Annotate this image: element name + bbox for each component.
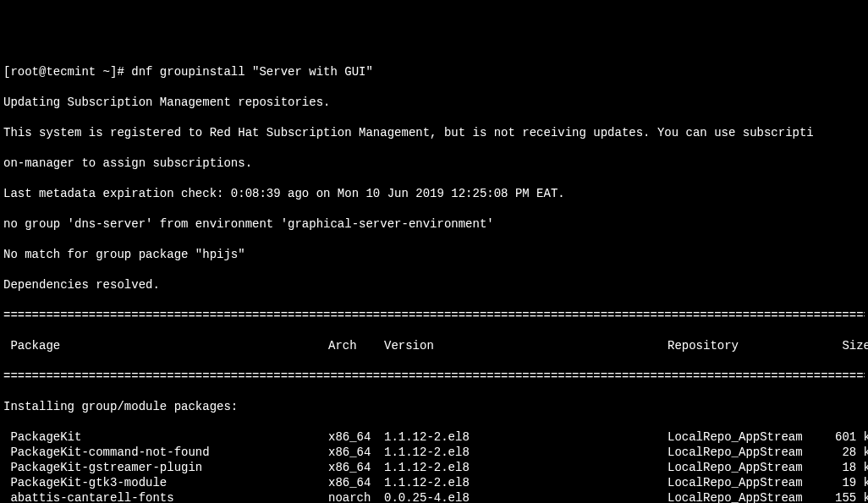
header-version: Version <box>384 338 667 353</box>
output-line: Updating Subscription Management reposit… <box>3 95 865 110</box>
table-header: Package Arch Version Repository Size <box>3 338 865 353</box>
table-row: PackageKit-command-not-foundx86_641.1.12… <box>3 445 865 460</box>
entered-command: dnf groupinstall "Server with GUI" <box>131 65 373 79</box>
package-arch: x86_64 <box>328 475 384 490</box>
output-line: Dependencies resolved. <box>3 277 865 293</box>
output-line: No match for group package "hpijs" <box>3 247 865 262</box>
table-row: PackageKitx86_641.1.12-2.el8LocalRepo_Ap… <box>3 429 865 445</box>
header-repo: Repository <box>667 338 824 353</box>
package-repo: LocalRepo_AppStream <box>667 475 824 490</box>
output-line: no group 'dns-server' from environment '… <box>3 216 865 232</box>
header-size: Size <box>824 338 868 353</box>
table-row: PackageKit-gtk3-modulex86_641.1.12-2.el8… <box>3 475 865 490</box>
package-arch: x86_64 <box>328 429 384 445</box>
package-name: PackageKit-gstreamer-plugin <box>3 460 328 475</box>
output-line: This system is registered to Red Hat Sub… <box>3 125 865 140</box>
package-version: 1.1.12-2.el8 <box>384 475 667 490</box>
package-size: 18 k <box>824 460 868 475</box>
package-version: 0.0.25-4.el8 <box>384 490 667 503</box>
package-repo: LocalRepo_AppStream <box>667 429 824 445</box>
package-size: 155 k <box>824 490 868 503</box>
output-line: on-manager to assign subscriptions. <box>3 156 865 171</box>
package-version: 1.1.12-2.el8 <box>384 445 667 460</box>
package-name: abattis-cantarell-fonts <box>3 490 328 503</box>
package-name: PackageKit <box>3 429 328 445</box>
package-version: 1.1.12-2.el8 <box>384 460 667 475</box>
section-header: Installing group/module packages: <box>3 399 865 414</box>
package-repo: LocalRepo_AppStream <box>667 445 824 460</box>
package-version: 1.1.12-2.el8 <box>384 429 667 445</box>
header-package: Package <box>3 338 328 353</box>
divider-line: ========================================… <box>3 369 865 384</box>
header-arch: Arch <box>328 338 384 353</box>
table-row: abattis-cantarell-fontsnoarch0.0.25-4.el… <box>3 490 865 503</box>
package-name: PackageKit-command-not-found <box>3 445 328 460</box>
package-arch: x86_64 <box>328 460 384 475</box>
package-size: 19 k <box>824 475 868 490</box>
package-size: 601 k <box>824 429 868 445</box>
command-prompt[interactable]: [root@tecmint ~]# dnf groupinstall "Serv… <box>3 64 865 79</box>
table-row: PackageKit-gstreamer-pluginx86_641.1.12-… <box>3 460 865 475</box>
package-list: PackageKitx86_641.1.12-2.el8LocalRepo_Ap… <box>3 429 865 503</box>
package-repo: LocalRepo_AppStream <box>667 460 824 475</box>
package-arch: noarch <box>328 490 384 503</box>
package-size: 28 k <box>824 445 868 460</box>
prompt-prefix: [root@tecmint ~]# <box>3 65 131 79</box>
package-repo: LocalRepo_AppStream <box>667 490 824 503</box>
package-name: PackageKit-gtk3-module <box>3 475 328 490</box>
divider-line: ========================================… <box>3 308 865 323</box>
package-arch: x86_64 <box>328 445 384 460</box>
output-line: Last metadata expiration check: 0:08:39 … <box>3 186 865 201</box>
